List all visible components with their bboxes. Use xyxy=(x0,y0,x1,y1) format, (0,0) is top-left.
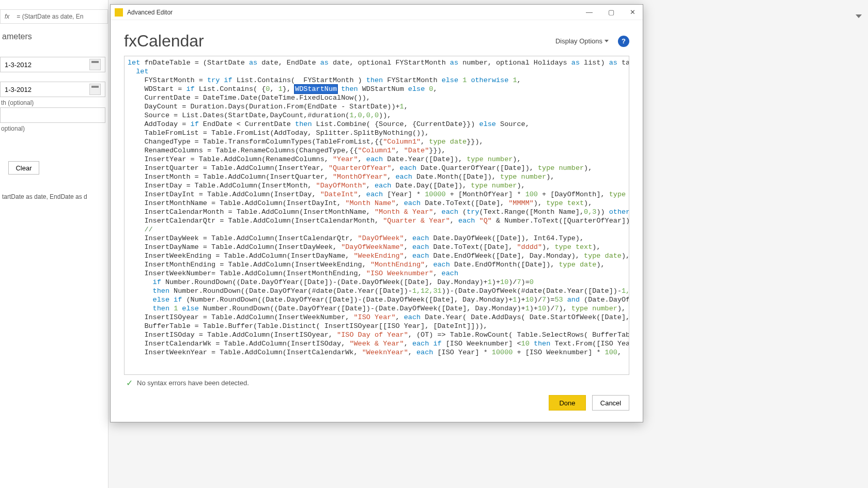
fx-icon: fx xyxy=(5,13,9,20)
formula-bar: fx = (StartDate as date, En xyxy=(0,9,108,24)
fymonth-input[interactable] xyxy=(0,107,105,123)
code-content[interactable]: let fnDateTable = (StartDate as date, En… xyxy=(125,56,629,374)
function-name-heading: fxCalendar xyxy=(124,32,204,51)
app-icon xyxy=(115,8,123,17)
code-editor[interactable]: let fnDateTable = (StartDate as date, En… xyxy=(124,56,629,375)
clear-button[interactable]: Clear xyxy=(8,161,39,175)
dialog-title: Advanced Editor xyxy=(127,9,173,16)
help-icon[interactable]: ? xyxy=(618,36,629,47)
advanced-editor-dialog: Advanced Editor — ▢ ✕ fxCalendar Display… xyxy=(110,4,643,422)
minimize-button[interactable]: — xyxy=(583,8,596,16)
startdate-input[interactable]: 1-3-2012 xyxy=(0,57,105,72)
check-icon: ✓ xyxy=(126,378,133,388)
status-message: No syntax errors have been detected. xyxy=(137,379,249,387)
cancel-button[interactable]: Cancel xyxy=(592,395,629,411)
enddate-input[interactable]: 1-3-2012 xyxy=(0,82,105,97)
maximize-button[interactable]: ▢ xyxy=(605,8,617,16)
display-options-dropdown[interactable]: Display Options xyxy=(555,37,609,45)
close-button[interactable]: ✕ xyxy=(627,8,639,16)
dialog-titlebar: Advanced Editor — ▢ ✕ xyxy=(111,5,643,20)
selected-text: WDStartNum xyxy=(295,85,337,93)
done-button[interactable]: Done xyxy=(549,395,586,411)
hint-optional-1: th (optional) xyxy=(1,99,34,106)
function-description: tartDate as date, EndDate as d xyxy=(2,193,87,200)
formula-text: = (StartDate as date, En xyxy=(17,13,83,20)
status-row: ✓ No syntax errors have been detected. xyxy=(124,375,629,388)
expand-arrow-icon[interactable] xyxy=(856,14,862,18)
calendar-icon[interactable] xyxy=(89,84,101,95)
parameters-heading: ameters xyxy=(2,32,32,41)
calendar-icon[interactable] xyxy=(89,59,101,70)
hint-optional-2: optional) xyxy=(1,125,25,132)
background-panel: fx = (StartDate as date, En ameters 1-3-… xyxy=(0,0,109,488)
